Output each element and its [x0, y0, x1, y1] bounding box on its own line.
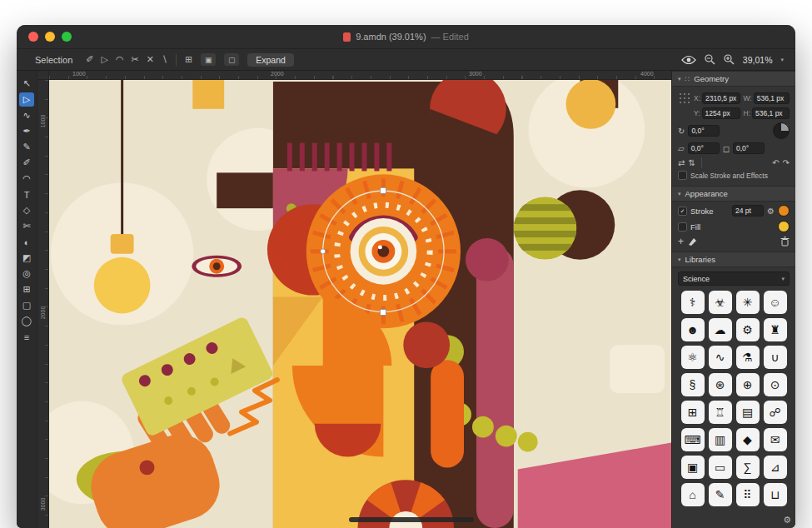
- tool-lasso[interactable]: ∿: [19, 108, 34, 122]
- library-icon-microplate[interactable]: ⊞: [681, 401, 705, 424]
- library-icon-ruler[interactable]: ▭: [709, 456, 732, 479]
- library-icon-observatory[interactable]: ⌂: [681, 483, 705, 506]
- appearance-section-header[interactable]: ▾ Appearance: [672, 186, 795, 202]
- library-icon-dot-grid[interactable]: ⠿: [736, 483, 760, 506]
- tool-fill[interactable]: ◐: [19, 235, 34, 249]
- library-icon-set-square[interactable]: ⊿: [764, 456, 787, 479]
- library-icon-sketchpad[interactable]: ✎: [709, 483, 732, 506]
- library-icon-beaker[interactable]: ⊔: [764, 483, 787, 506]
- zoom-in-icon[interactable]: [724, 54, 735, 65]
- remove-node-tool-icon[interactable]: ✕: [147, 54, 154, 65]
- horizontal-ruler[interactable]: 1000 2000 3000 4000: [49, 71, 671, 80]
- zoom-caret-icon[interactable]: ▾: [780, 57, 784, 63]
- library-icon-globe-on-stand[interactable]: ⊛: [709, 373, 732, 396]
- library-icon-notebook[interactable]: ▤: [736, 401, 760, 424]
- insert-inside-button[interactable]: ▢: [224, 53, 239, 66]
- tool-ellipse[interactable]: ◯: [19, 314, 34, 328]
- geometry-section-header[interactable]: ▾ ∷ Geometry: [672, 71, 795, 87]
- vertical-ruler[interactable]: 1000 2000 3000: [37, 80, 49, 528]
- zoom-out-icon[interactable]: [705, 54, 715, 65]
- rotate-cw-icon[interactable]: ↷: [783, 158, 790, 167]
- library-icon-globe[interactable]: ⊕: [736, 373, 760, 396]
- tool-grid[interactable]: ⊞: [19, 282, 34, 296]
- tool-rectangle[interactable]: ▢: [19, 298, 34, 312]
- library-icon-microscope[interactable]: ☍: [764, 401, 787, 424]
- library-icon-laptop[interactable]: ⌨: [681, 428, 705, 451]
- library-icon-certificate[interactable]: ✉: [764, 428, 787, 451]
- tool-node[interactable]: ▷: [19, 92, 34, 107]
- zoom-level-value[interactable]: 39,01%: [743, 55, 773, 65]
- shear-input[interactable]: 0,0°: [688, 142, 720, 154]
- y-input[interactable]: 1254 px: [702, 107, 740, 119]
- rotation-input[interactable]: 0,0°: [688, 125, 720, 137]
- close-button[interactable]: [28, 32, 38, 42]
- library-select[interactable]: Science ▾: [678, 271, 790, 286]
- library-icon-pill[interactable]: ⊙: [764, 373, 787, 396]
- title-bar[interactable]: 9.amdn (39.01%) — Edited: [17, 25, 795, 49]
- artwork-illustration[interactable]: [49, 80, 671, 528]
- stroke-checkbox[interactable]: ✓: [678, 207, 687, 216]
- panel-settings-gear-icon[interactable]: ⚙: [783, 515, 791, 526]
- tool-text[interactable]: T: [19, 187, 34, 202]
- arc-tool-icon[interactable]: ◠: [116, 54, 124, 65]
- flip-vertical-icon[interactable]: ⇅: [688, 158, 695, 167]
- library-icon-face-with-glasses[interactable]: ☺: [764, 291, 787, 314]
- scissors-tool-icon[interactable]: ✂: [132, 54, 139, 65]
- library-icon-graduation-cap[interactable]: ◆: [736, 428, 760, 451]
- flip-horizontal-icon[interactable]: ⇄: [678, 158, 685, 167]
- stroke-color-swatch[interactable]: [778, 205, 790, 217]
- library-icon-dna[interactable]: §: [681, 373, 705, 396]
- library-icon-scientist[interactable]: ☻: [681, 318, 705, 341]
- x-input[interactable]: 2310,5 px: [702, 92, 740, 104]
- minimize-button[interactable]: [45, 32, 55, 42]
- slice-tool-icon[interactable]: ∖: [162, 54, 167, 65]
- library-icon-robot[interactable]: ▣: [681, 456, 705, 479]
- left-eye[interactable]: [192, 256, 242, 277]
- tool-knife[interactable]: ✄: [19, 219, 34, 233]
- pen-tool-icon[interactable]: ✐: [86, 54, 93, 65]
- height-input[interactable]: 536,1 px: [752, 107, 790, 119]
- library-icon-virus[interactable]: ☣: [709, 291, 732, 314]
- ruler-corner[interactable]: [37, 71, 49, 80]
- tool-brush[interactable]: ✐: [19, 156, 34, 170]
- insert-behind-button[interactable]: ▣: [201, 53, 216, 66]
- node-tool-icon[interactable]: ▷: [101, 54, 107, 65]
- preview-eye-icon[interactable]: [681, 55, 696, 65]
- tool-more[interactable]: ≡: [19, 330, 34, 344]
- stroke-settings-gear-icon[interactable]: ⚙: [767, 207, 775, 216]
- tool-transparency[interactable]: ◩: [19, 251, 34, 265]
- library-icon-museum[interactable]: ♖: [709, 401, 732, 424]
- anchor-point-selector[interactable]: [678, 92, 690, 104]
- library-icon-bacteria[interactable]: ✳: [736, 291, 760, 314]
- fill-color-swatch[interactable]: [778, 221, 790, 232]
- library-icon-institution[interactable]: ♜: [764, 318, 787, 341]
- scale-stroke-checkbox[interactable]: [678, 171, 687, 180]
- rotate-ccw-icon[interactable]: ↶: [772, 158, 779, 167]
- expand-button[interactable]: Expand: [247, 53, 294, 67]
- library-icon-atom[interactable]: ⚛: [681, 346, 705, 369]
- trash-icon[interactable]: [780, 237, 790, 247]
- tool-corner[interactable]: ◠: [19, 172, 34, 186]
- library-icon-formula[interactable]: ∑: [736, 456, 760, 479]
- tool-move[interactable]: ↖: [19, 77, 34, 91]
- zoom-window-button[interactable]: [62, 32, 72, 42]
- corner-input[interactable]: 0,0°: [733, 142, 765, 154]
- width-input[interactable]: 536,1 px: [754, 92, 790, 104]
- tool-pencil[interactable]: ✎: [19, 140, 34, 154]
- library-icon-thermometer[interactable]: ⚕: [681, 291, 705, 314]
- snapping-icon[interactable]: ⊞: [185, 54, 192, 65]
- library-icon-gears[interactable]: ⚙: [736, 318, 760, 341]
- stroke-width-input[interactable]: 24 pt: [732, 205, 764, 217]
- horizontal-scrollbar[interactable]: [349, 517, 474, 522]
- canvas[interactable]: [49, 80, 671, 528]
- library-icon-flask[interactable]: ⚗: [736, 346, 760, 369]
- rotation-dial[interactable]: [773, 122, 790, 139]
- add-layer-icon[interactable]: +: [678, 237, 684, 247]
- fill-checkbox[interactable]: [678, 222, 687, 232]
- library-icon-test-tube[interactable]: ∪: [764, 346, 787, 369]
- tool-pen[interactable]: ✒: [19, 124, 34, 138]
- brush-icon[interactable]: [687, 237, 697, 247]
- library-icon-brain[interactable]: ☁: [709, 318, 732, 341]
- tool-zoom[interactable]: ◎: [19, 266, 34, 281]
- library-icon-chart[interactable]: ∿: [709, 346, 732, 369]
